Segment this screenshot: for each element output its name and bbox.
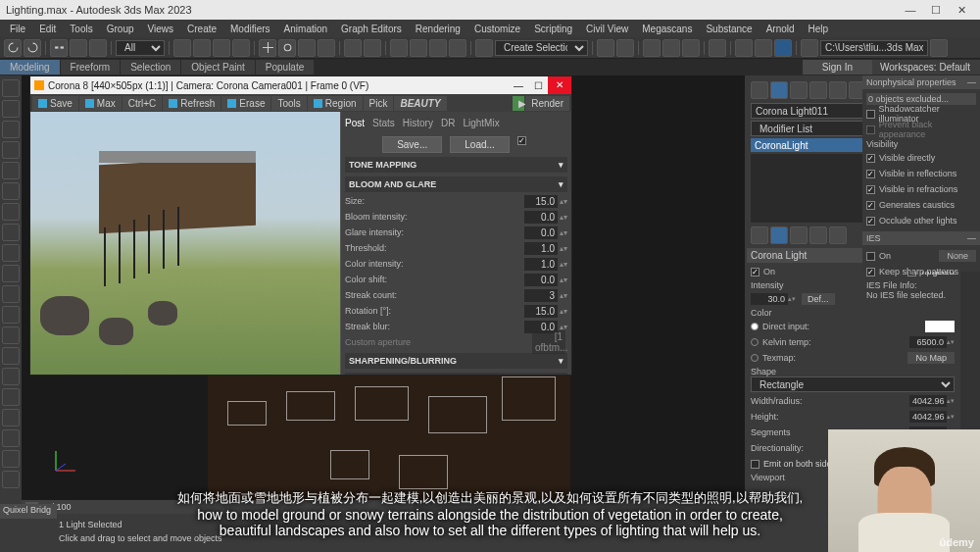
lt-05[interactable] (2, 162, 20, 179)
emit-both-checkbox[interactable] (751, 460, 760, 469)
spinner-snap-button[interactable] (449, 39, 466, 57)
named-selection[interactable]: Create Selection Se (495, 40, 588, 56)
kelvin-radio[interactable] (751, 338, 759, 346)
stack-config-button[interactable] (829, 226, 847, 244)
selection-filter[interactable]: All (116, 40, 165, 56)
viewport[interactable]: Corona 8 [440×505px (1:1)] | Camera: Cor… (22, 75, 745, 534)
mirror-button[interactable] (597, 39, 614, 57)
menu-group[interactable]: Group (101, 22, 140, 36)
occlude-lights-checkbox[interactable] (866, 217, 875, 226)
edit-namedsel-button[interactable] (475, 39, 493, 57)
undo-button[interactable] (4, 39, 22, 57)
vfb-pick-button[interactable]: Pick (364, 96, 394, 111)
menu-modifiers[interactable]: Modifiers (224, 22, 276, 36)
lt-11[interactable] (2, 285, 20, 303)
section-bloomglare[interactable]: BLOOM AND GLARE▾ (345, 176, 567, 192)
corona-max-button[interactable]: ☐ (528, 80, 548, 91)
vfb-max-button[interactable]: Max (79, 96, 122, 111)
minimize-button[interactable]: — (898, 4, 923, 16)
create-tab[interactable] (751, 81, 768, 99)
menu-grapheditors[interactable]: Graph Editors (335, 22, 408, 36)
ribbon-selection[interactable]: Selection (121, 60, 180, 75)
menu-rendering[interactable]: Rendering (410, 22, 466, 36)
menu-edit[interactable]: Edit (33, 22, 62, 36)
open-file-button[interactable] (801, 39, 818, 57)
unlink-button[interactable] (70, 39, 87, 57)
lt-06[interactable] (2, 182, 20, 200)
section-tonemapping[interactable]: TONE MAPPING▾ (345, 157, 567, 173)
quixel-bridge-tab[interactable]: Quixel Bridg (0, 504, 57, 519)
color-shift-value[interactable]: 0.0 (524, 274, 558, 286)
move-button[interactable] (259, 39, 276, 57)
menu-create[interactable]: Create (181, 22, 222, 36)
shape-dropdown[interactable]: Rectangle (751, 376, 955, 392)
menu-civilview[interactable]: Civil View (580, 22, 634, 36)
percent-snap-button[interactable] (429, 39, 447, 57)
lt-15[interactable] (2, 368, 20, 385)
render-button[interactable] (774, 39, 792, 57)
menu-tools[interactable]: Tools (64, 22, 98, 36)
ribbon-populate[interactable]: Populate (256, 60, 314, 75)
vfb-erase-button[interactable]: Erase (221, 96, 270, 111)
pivot-button[interactable] (364, 39, 381, 57)
material-editor-button[interactable] (709, 39, 726, 57)
texmap-button[interactable]: No Map (907, 352, 955, 364)
intensity-value[interactable]: 30.0 (751, 293, 788, 305)
ies-on-checkbox[interactable] (866, 252, 875, 261)
height-value[interactable]: 4042.96 (909, 411, 947, 423)
menu-scripting[interactable]: Scripting (528, 22, 578, 36)
post-save-button[interactable]: Save... (382, 136, 442, 153)
place-button[interactable] (318, 39, 335, 57)
direct-radio[interactable] (751, 323, 759, 330)
lt-12[interactable] (2, 306, 20, 324)
angle-snap-button[interactable] (410, 39, 427, 57)
stack-unique-button[interactable] (790, 226, 808, 244)
ribbon-modeling[interactable]: Modeling (0, 60, 60, 75)
lt-07[interactable] (2, 203, 20, 221)
threshold-value[interactable]: 1.0 (524, 242, 558, 255)
visible-directly-checkbox[interactable] (866, 154, 875, 163)
rotation-value[interactable]: 15.0 (524, 305, 558, 318)
streak-count-value[interactable]: 3 (524, 289, 558, 302)
vfb-refresh-button[interactable]: Refresh (163, 96, 220, 111)
align-button[interactable] (616, 39, 634, 57)
lt-09[interactable] (2, 244, 20, 262)
tab-post[interactable]: Post (345, 118, 365, 128)
bloom-intensity-value[interactable]: 0.0 (524, 211, 558, 224)
intensity-unit[interactable]: Def... (802, 293, 835, 305)
lt-01[interactable] (2, 79, 20, 97)
stack-remove-button[interactable] (809, 226, 827, 244)
vfb-play-button[interactable]: ▶ (513, 96, 524, 111)
close-button[interactable]: ✕ (949, 4, 974, 17)
snap-button[interactable] (390, 39, 408, 57)
lt-14[interactable] (2, 347, 20, 365)
menu-views[interactable]: Views (142, 22, 180, 36)
texmap-radio[interactable] (751, 354, 759, 362)
project-path-field[interactable] (820, 40, 928, 56)
render-setup-button[interactable] (735, 39, 753, 57)
hierarchy-tab[interactable] (790, 81, 808, 99)
lt-13[interactable] (2, 326, 20, 344)
vfb-copy-button[interactable]: Ctrl+C (122, 96, 163, 111)
bloom-size-value[interactable]: 15.0 (524, 195, 558, 208)
lt-03[interactable] (2, 121, 20, 138)
glare-intensity-value[interactable]: 0.0 (524, 226, 558, 239)
lt-16[interactable] (2, 388, 20, 406)
rollout-ies[interactable]: IES— (862, 231, 980, 245)
keep-sharp-checkbox[interactable] (866, 268, 875, 276)
stack-pin-button[interactable] (751, 226, 768, 244)
corona-close-button[interactable]: ✕ (548, 76, 571, 94)
lt-10[interactable] (2, 265, 20, 282)
visible-refractions-checkbox[interactable] (866, 185, 875, 194)
bind-button[interactable] (89, 39, 107, 57)
signin-button[interactable]: Sign In (803, 60, 872, 75)
link-button[interactable] (50, 39, 68, 57)
select-name-button[interactable] (193, 39, 211, 57)
menu-substance[interactable]: Substance (700, 22, 758, 36)
lt-20[interactable] (2, 471, 20, 488)
refcoord-button[interactable] (344, 39, 362, 57)
maximize-button[interactable]: ☐ (923, 4, 949, 17)
redo-button[interactable] (24, 39, 41, 57)
post-load-button[interactable]: Load... (450, 136, 510, 153)
menu-arnold[interactable]: Arnold (760, 22, 801, 36)
